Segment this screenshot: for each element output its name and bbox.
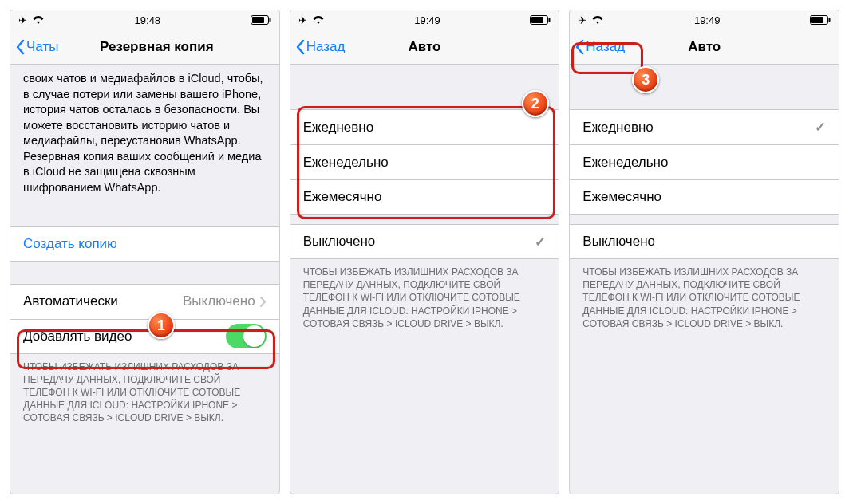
content-area: своих чатов и медиафайлов в iCloud, чтоб…: [10, 65, 279, 494]
airplane-icon: ✈: [298, 14, 307, 26]
option-monthly[interactable]: Ежемесячно: [570, 179, 839, 215]
svg-rect-2: [269, 18, 270, 22]
back-label: Чаты: [26, 39, 58, 55]
option-label: Ежедневно: [582, 120, 653, 136]
back-button[interactable]: Назад: [290, 39, 346, 55]
back-button[interactable]: Назад: [570, 39, 625, 55]
include-video-toggle[interactable]: [226, 324, 267, 348]
battery-icon: [810, 15, 831, 25]
option-label: Еженедельно: [303, 155, 389, 171]
footer-note: Чтобы избежать излишних расходов за пере…: [10, 354, 279, 433]
intro-text: своих чатов и медиафайлов в iCloud, чтоб…: [10, 65, 279, 204]
option-off[interactable]: Выключено ✓: [290, 224, 559, 259]
option-daily[interactable]: Ежедневно: [290, 109, 559, 144]
option-weekly[interactable]: Еженедельно: [570, 144, 839, 179]
nav-bar: Чаты Резервная копия: [10, 30, 279, 65]
option-label: Ежедневно: [303, 120, 373, 136]
airplane-icon: ✈: [18, 14, 27, 26]
status-time: 19:48: [135, 14, 161, 26]
option-weekly[interactable]: Еженедельно: [290, 144, 559, 179]
status-bar: ✈ 19:48: [10, 10, 279, 30]
include-video-label: Добавлять видео: [23, 329, 132, 345]
option-label: Еженедельно: [582, 155, 668, 171]
nav-bar: Назад Авто: [290, 30, 559, 65]
footer-note: Чтобы избежать излишних расходов за пере…: [570, 259, 839, 338]
content-area: Ежедневно ✓ Еженедельно Ежемесячно Выклю…: [570, 65, 839, 494]
auto-value: Выключено: [183, 293, 255, 309]
step-badge-2: 2: [522, 90, 549, 117]
checkmark-icon: ✓: [815, 119, 826, 136]
svg-rect-8: [829, 18, 831, 22]
option-daily[interactable]: Ежедневно ✓: [570, 109, 839, 144]
chevron-left-icon: [575, 39, 584, 55]
status-bar: ✈ 19:49: [290, 10, 559, 30]
svg-rect-7: [811, 17, 823, 23]
status-bar: ✈ 19:49: [570, 10, 839, 30]
nav-bar: Назад Авто: [570, 30, 839, 65]
create-backup-cell[interactable]: Создать копию: [10, 226, 279, 262]
svg-rect-1: [252, 17, 264, 23]
battery-icon: [251, 15, 271, 25]
status-time: 19:49: [414, 14, 440, 26]
wifi-icon: [32, 15, 45, 25]
option-label: Ежемесячно: [303, 189, 382, 205]
svg-rect-4: [531, 17, 543, 23]
chevron-left-icon: [295, 39, 305, 55]
option-label: Выключено: [303, 234, 376, 250]
chevron-right-icon: [260, 297, 267, 307]
wifi-icon: [312, 15, 325, 25]
include-video-cell[interactable]: Добавлять видео: [10, 319, 279, 354]
status-time: 19:49: [694, 14, 721, 26]
phone-screen-2: ✈ 19:49 Назад Авто Ежедневно Еженедельно…: [290, 10, 560, 494]
back-button[interactable]: Чаты: [10, 39, 58, 55]
option-label: Ежемесячно: [582, 189, 661, 205]
back-label: Назад: [306, 39, 346, 55]
airplane-icon: ✈: [578, 14, 586, 26]
footer-note: Чтобы избежать излишних расходов за пере…: [290, 259, 559, 338]
option-label: Выключено: [582, 234, 655, 250]
content-area: Ежедневно Еженедельно Ежемесячно Выключе…: [290, 65, 559, 494]
battery-icon: [530, 15, 551, 25]
chevron-left-icon: [15, 39, 25, 55]
option-monthly[interactable]: Ежемесячно: [290, 179, 559, 215]
svg-rect-5: [549, 18, 551, 22]
phone-screen-1: ✈ 19:48 Чаты Резервная копия своих чатов…: [10, 10, 280, 494]
wifi-icon: [591, 15, 604, 25]
phone-screen-3: ✈ 19:49 Назад Авто Ежедневно ✓ Еженедель…: [569, 10, 839, 494]
step-badge-1: 1: [148, 312, 175, 339]
option-off[interactable]: Выключено: [570, 224, 839, 259]
checkmark-icon: ✓: [535, 234, 546, 250]
back-label: Назад: [586, 39, 625, 55]
create-backup-label: Создать копию: [23, 236, 117, 252]
auto-label: Автоматически: [23, 293, 118, 309]
auto-backup-cell[interactable]: Автоматически Выключено: [10, 284, 279, 319]
